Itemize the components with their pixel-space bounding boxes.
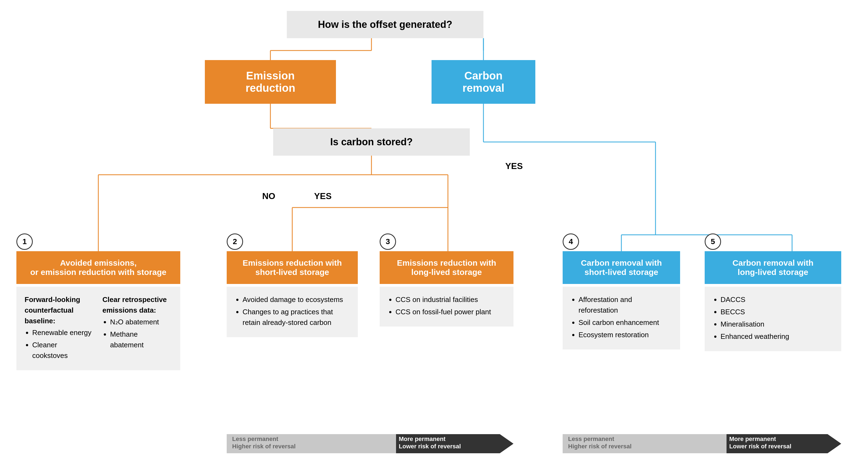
category-1-title: Avoided emissions,or emission reduction … [30, 258, 166, 277]
category-number-4: 4 [563, 233, 579, 250]
content1-col2: Clear retrospective emissions data: N₂O … [102, 294, 172, 363]
cat4-item-1: Afforestation and reforestation [579, 294, 672, 316]
carbon-stored-text: Is carbon stored? [330, 136, 413, 148]
permanence-arrow-2: Less permanent Higher risk of reversal M… [563, 434, 841, 453]
carbon-removal-label: Carbonremoval [462, 70, 504, 94]
content-area-3: CCS on industrial facilities CCS on foss… [380, 287, 514, 326]
category-number-2: 2 [227, 233, 243, 250]
category-box-2: Emissions reduction withshort-lived stor… [227, 251, 358, 284]
cat3-item-2: CCS on fossil-fuel power plant [396, 307, 505, 317]
cat3-item-1: CCS on industrial facilities [396, 294, 505, 305]
cat4-item-3: Ecosystem restoration [579, 330, 672, 340]
svg-text:Lower risk of reversal: Lower risk of reversal [729, 443, 791, 450]
category-3-title: Emissions reduction withlong-lived stora… [397, 258, 496, 277]
cat5-item-3: Mineralisation [720, 319, 833, 330]
cat5-item-1: DACCS [720, 294, 833, 305]
category-number-1: 1 [17, 233, 33, 250]
emission-reduction-box: Emissionreduction [205, 60, 336, 104]
svg-text:Less permanent: Less permanent [232, 436, 278, 442]
category-box-4: Carbon removal withshort-lived storage [563, 251, 680, 284]
col2-item-2: Methane abatement [110, 329, 172, 350]
cat5-item-2: BECCS [720, 307, 833, 317]
no-label: NO [262, 191, 275, 201]
content-area-1: Forward-looking counterfactual baseline:… [17, 287, 180, 370]
cat2-item-1: Avoided damage to ecosystems [243, 294, 350, 305]
svg-text:More permanent: More permanent [399, 436, 446, 442]
content-area-2: Avoided damage to ecosystems Changes to … [227, 287, 358, 337]
content1-col1: Forward-looking counterfactual baseline:… [25, 294, 94, 363]
col1-item-1: Renewable energy [32, 327, 94, 338]
carbon-stored-box: Is carbon stored? [273, 128, 470, 156]
category-number-3: 3 [380, 233, 396, 250]
col1-heading: Forward-looking counterfactual baseline: [25, 294, 94, 326]
category-4-title: Carbon removal withshort-lived storage [581, 258, 662, 277]
carbon-removal-box: Carbonremoval [432, 60, 535, 104]
col1-item-2: Cleaner cookstoves [32, 340, 94, 361]
cat2-item-2: Changes to ag practices that retain alre… [243, 307, 350, 328]
svg-text:Lower risk of reversal: Lower risk of reversal [399, 443, 461, 450]
emission-reduction-label: Emissionreduction [246, 70, 295, 94]
category-box-5: Carbon removal withlong-lived storage [705, 251, 841, 284]
cat5-item-4: Enhanced weathering [720, 331, 833, 342]
svg-text:Higher risk of reversal: Higher risk of reversal [568, 443, 631, 450]
category-number-5: 5 [705, 233, 721, 250]
col2-item-1: N₂O abatement [110, 317, 172, 327]
col2-heading: Clear retrospective emissions data: [102, 294, 172, 316]
yes-left-label: YES [314, 191, 332, 201]
content-area-4: Afforestation and reforestation Soil car… [563, 287, 680, 349]
yes-right-label: YES [505, 161, 523, 171]
permanence-arrow-1: Less permanent Higher risk of reversal M… [227, 434, 514, 453]
svg-text:Less permanent: Less permanent [568, 436, 614, 442]
cat4-item-2: Soil carbon enhancement [579, 317, 672, 328]
top-question-box: How is the offset generated? [287, 11, 484, 38]
category-box-3: Emissions reduction withlong-lived stora… [380, 251, 514, 284]
category-2-title: Emissions reduction withshort-lived stor… [243, 258, 342, 277]
top-question-text: How is the offset generated? [318, 19, 452, 30]
svg-text:Higher risk of reversal: Higher risk of reversal [232, 443, 296, 450]
svg-text:More permanent: More permanent [729, 436, 776, 442]
category-box-1: Avoided emissions,or emission reduction … [17, 251, 180, 284]
category-5-title: Carbon removal withlong-lived storage [733, 258, 814, 277]
content-area-5: DACCS BECCS Mineralisation Enhanced weat… [705, 287, 841, 351]
